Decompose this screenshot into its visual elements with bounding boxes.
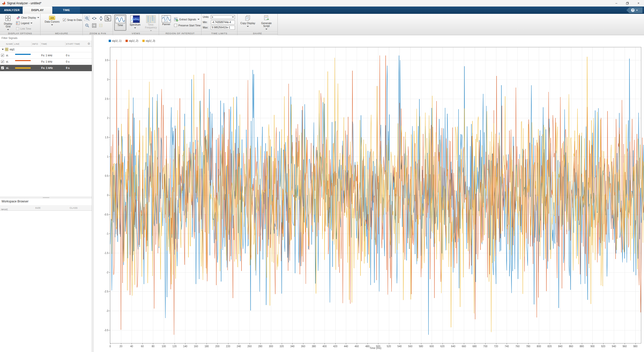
collapse-expander-icon[interactable]: [2, 49, 4, 50]
spectrum-view-button[interactable]: Spectrum: [127, 15, 143, 31]
zoom-out-icon: [85, 23, 89, 28]
close-button[interactable]: ×: [633, 0, 644, 7]
min-input[interactable]: [211, 20, 235, 24]
line-swatch: [15, 67, 31, 69]
workspace-table-header: NAME▲ SIZE CLASS: [0, 205, 92, 211]
chevron-down-icon: [7, 29, 9, 30]
column-start-time: START TIME: [66, 43, 80, 45]
chevron-down-icon: [232, 17, 234, 18]
display-grid-button[interactable]: Display Grid: [2, 15, 15, 31]
pan-icon: [99, 23, 103, 27]
y-tick-label: 3.5: [94, 59, 108, 62]
time-view-button[interactable]: Time: [114, 15, 126, 31]
time-view-icon: [115, 16, 125, 23]
signal-time: Fs: 1 kHz: [41, 66, 53, 69]
signal-row-selected[interactable]: ✓ si. Fs: 1 kHz 0 s: [0, 65, 92, 71]
checkbox-checked-icon[interactable]: ✓: [1, 60, 4, 63]
zoom-in-tool[interactable]: [84, 16, 90, 21]
generate-script-button[interactable]: Generate Script: [258, 15, 275, 31]
column-time: TIME: [41, 43, 47, 45]
generate-script-label: Generate Script: [258, 22, 275, 27]
max-input[interactable]: [211, 26, 235, 30]
preserve-start-time-checkbox[interactable]: Preserve Start Time: [174, 23, 200, 28]
legend-item: sig1(:,2): [126, 39, 138, 42]
signal-table-header: NAME LINE INFO TIME START TIME ⚙: [0, 41, 92, 47]
column-name: NAME: [6, 43, 13, 45]
section-measure: 2.5 Data Cursors ✓ Snap to Data MEASURE: [41, 14, 83, 35]
signal-row[interactable]: ✓ si. Fs: 1 kHz 0 s: [0, 52, 92, 59]
signal-name: si.: [6, 54, 9, 57]
section-label: MEASURE: [41, 31, 83, 35]
chevron-down-icon: [37, 17, 39, 18]
signal-group-row[interactable]: sig1: [0, 47, 92, 52]
signal-plot-area[interactable]: sig1(:,1) sig1(:,2) sig1(:,3) 0204060801…: [94, 35, 644, 352]
matlab-logo-icon: [2, 1, 6, 5]
signal-time: Fs: 1 kHz: [41, 60, 52, 63]
help-button[interactable]: ?: [626, 7, 642, 13]
min-row: Min:: [203, 20, 235, 24]
copy-display-button[interactable]: Copy Display: [239, 15, 256, 31]
data-cursors-label: Data Cursors: [44, 20, 60, 23]
extract-signals-button[interactable]: Extract Signals: [174, 17, 199, 22]
column-size: SIZE: [35, 207, 41, 209]
checkbox-checked-icon: ✓: [63, 18, 66, 21]
filter-signals-input[interactable]: [0, 35, 92, 41]
zoom-y-icon: [99, 16, 103, 21]
snap-to-data-checkbox[interactable]: ✓ Snap to Data: [63, 17, 82, 22]
legend-swatch: [109, 40, 111, 42]
legend-button[interactable]: Legend: [16, 21, 32, 26]
panel-splitter[interactable]: [0, 197, 92, 198]
y-tick-label: 3: [94, 78, 108, 81]
y-tick-label: 2.5: [94, 97, 108, 100]
signal-row[interactable]: ✓ si. Fs: 1 kHz 0 s: [0, 59, 92, 65]
section-display-options: Display Grid Clear Display Legend: [0, 14, 41, 35]
legend-label: sig1(:,1): [112, 39, 122, 42]
y-tick-label: -2: [94, 271, 108, 274]
time-frequency-view-label: Time-Frequency: [143, 23, 158, 29]
zoom-x-tool[interactable]: [91, 16, 97, 21]
checkbox-checked-icon[interactable]: ✓: [1, 66, 4, 69]
gear-icon[interactable]: ⚙: [88, 42, 90, 46]
clear-display-button[interactable]: Clear Display: [16, 15, 39, 20]
y-tick-label: -1.5: [94, 252, 108, 254]
chevron-down-icon: [636, 10, 638, 11]
zoom-out-tool[interactable]: [84, 23, 90, 28]
zoom-y-tool[interactable]: [98, 16, 104, 21]
plot-legend: sig1(:,1) sig1(:,2) sig1(:,3): [109, 39, 155, 42]
signal-name: si.: [6, 60, 9, 63]
extract-signals-icon: [174, 17, 178, 21]
tab-display[interactable]: DISPLAY: [23, 7, 52, 14]
signal-group-icon: [5, 48, 8, 51]
tab-analyzer[interactable]: ANALYZER: [2, 7, 22, 14]
link-time-checkbox: Link Time: [16, 26, 31, 31]
snap-to-data-label: Snap to Data: [67, 19, 82, 21]
chevron-down-icon: [247, 26, 249, 27]
title-bar: Signal Analyzer - untitled* – ×: [0, 0, 644, 7]
panner-icon: [162, 15, 171, 22]
data-cursors-button[interactable]: 2.5 Data Cursors: [44, 15, 60, 31]
y-tick-label: -2.5: [94, 290, 108, 293]
window-title: Signal Analyzer - untitled*: [7, 2, 42, 5]
checkbox-checked-icon[interactable]: ✓: [1, 54, 4, 57]
panner-button[interactable]: Panner: [160, 15, 173, 31]
tab-time[interactable]: TIME: [53, 7, 80, 14]
fit-to-view-tool[interactable]: [91, 23, 97, 28]
legend-label: Legend: [21, 22, 29, 25]
units-row: Units: s: [203, 15, 235, 19]
legend-label: sig1(:,2): [129, 39, 138, 42]
pointer-tool[interactable]: [105, 15, 111, 21]
section-roi: Panner Extract Signals Preserve Start Ti…: [159, 14, 202, 35]
units-select[interactable]: s: [211, 15, 235, 19]
legend-item: sig1(:,1): [109, 39, 122, 42]
spectrum-view-label: Spectrum: [127, 23, 143, 26]
generate-script-icon: [264, 15, 269, 21]
clear-display-label: Clear Display: [21, 16, 36, 19]
max-row: Max:: [203, 25, 235, 30]
zoom-x-icon: [92, 17, 97, 20]
minimize-button[interactable]: –: [611, 0, 622, 7]
line-swatch: [15, 60, 31, 61]
signal-plot-canvas[interactable]: [94, 35, 644, 352]
restore-button[interactable]: [622, 0, 633, 7]
section-label: REGION OF INTEREST: [159, 31, 201, 35]
section-label: VIEWS: [113, 31, 159, 35]
